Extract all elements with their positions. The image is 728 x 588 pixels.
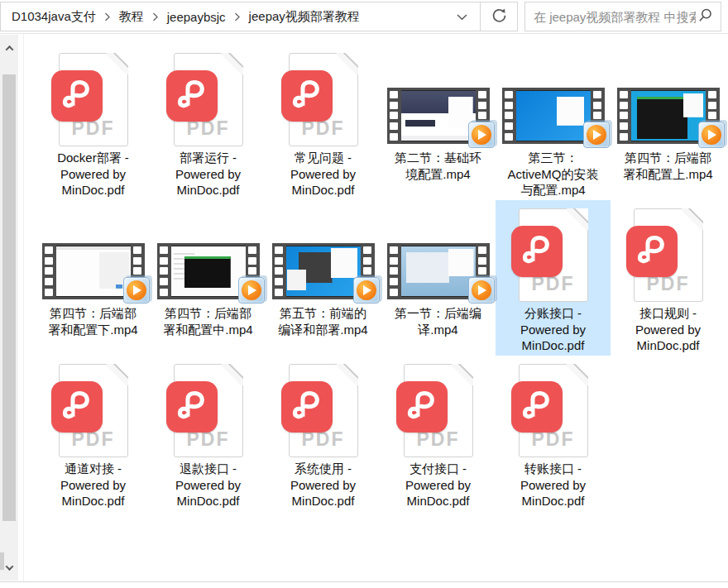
breadcrumb-item-1[interactable]: 教程	[115, 9, 148, 25]
search-input[interactable]	[525, 10, 697, 24]
file-item[interactable]: PDF 退款接口 - Powered by MinDoc.pdf	[151, 356, 266, 511]
file-item[interactable]: 第四节：后端部署和配置中.mp4	[151, 200, 266, 356]
file-item[interactable]: 第四节：后端部署和配置上.mp4	[611, 45, 726, 200]
breadcrumb: D1034java支付 教程 jeepaybsjc jeepay视频部署教程	[1, 9, 443, 25]
file-name: 第四节：后端部署和配置上.mp4	[621, 150, 716, 182]
file-name: 第二节：基础环境配置.mp4	[391, 150, 486, 182]
file-icon-zone	[36, 204, 151, 302]
mindoc-logo-icon	[281, 70, 333, 122]
file-icon-zone	[611, 49, 726, 146]
refresh-icon	[491, 7, 508, 26]
scrollbar-thumb[interactable]	[2, 74, 16, 521]
pdf-file-icon: PDF	[519, 208, 588, 302]
pdf-file-icon: PDF	[174, 364, 243, 457]
file-grid: PDF Docker部署 - Powered by MinDoc.pdf PDF…	[24, 34, 726, 511]
video-file-icon	[502, 88, 605, 144]
file-icon-zone: PDF	[266, 49, 381, 146]
file-icon-zone	[381, 49, 496, 146]
file-item[interactable]: PDF 常见问题 - Powered by MinDoc.pdf	[266, 45, 381, 200]
mindoc-logo-icon	[511, 381, 563, 433]
file-name: 系统使用 - Powered by MinDoc.pdf	[276, 461, 371, 509]
chevron-right-icon	[234, 12, 241, 22]
media-play-icon	[580, 119, 611, 150]
page-fold	[222, 364, 243, 385]
media-play-icon	[695, 119, 726, 150]
page-fold	[107, 53, 128, 74]
pdf-file-icon: PDF	[404, 364, 473, 457]
address-dropdown-button[interactable]	[443, 2, 480, 31]
file-item[interactable]: PDF 通道对接 - Powered by MinDoc.pdf	[36, 356, 151, 511]
address-bar[interactable]: D1034java支付 教程 jeepaybsjc jeepay视频部署教程	[0, 2, 518, 31]
file-item[interactable]: PDF 系统使用 - Powered by MinDoc.pdf	[266, 356, 381, 511]
file-list-area: PDF Docker部署 - Powered by MinDoc.pdf PDF…	[0, 34, 728, 588]
file-icon-zone: PDF	[381, 360, 496, 457]
file-item[interactable]: PDF Docker部署 - Powered by MinDoc.pdf	[36, 45, 151, 200]
file-name: 退款接口 - Powered by MinDoc.pdf	[161, 461, 256, 509]
page-fold	[682, 208, 703, 230]
scroll-up-button[interactable]	[0, 40, 18, 56]
file-name: 第四节：后端部署和配置下.mp4	[46, 305, 141, 337]
mindoc-logo-icon	[396, 381, 448, 433]
file-icon-zone: PDF	[496, 204, 611, 302]
statusbar-divider	[0, 581, 728, 582]
file-item[interactable]: PDF 分账接口 - Powered by MinDoc.pdf	[496, 200, 611, 356]
pdf-file-icon: PDF	[59, 53, 128, 146]
file-item[interactable]: PDF 转账接口 - Powered by MinDoc.pdf	[496, 356, 611, 511]
mindoc-logo-icon	[166, 381, 218, 433]
file-icon-zone: PDF	[151, 49, 266, 146]
file-item[interactable]: 第四节：后端部署和配置下.mp4	[36, 200, 151, 356]
file-item[interactable]: 第一节：后端编译.mp4	[381, 200, 496, 356]
video-file-icon	[387, 243, 490, 299]
explorer-toolbar: D1034java支付 教程 jeepaybsjc jeepay视频部署教程	[0, 0, 728, 34]
file-item[interactable]: PDF 部署运行 - Powered by MinDoc.pdf	[151, 45, 266, 200]
chevron-down-icon	[457, 11, 467, 23]
breadcrumb-item-2[interactable]: jeepaybsjc	[163, 10, 230, 24]
media-play-icon	[350, 275, 381, 305]
page-fold	[567, 208, 588, 230]
video-file-icon	[157, 243, 260, 299]
pdf-file-icon: PDF	[59, 364, 128, 457]
pdf-file-icon: PDF	[519, 364, 588, 457]
breadcrumb-item-current[interactable]: jeepay视频部署教程	[245, 9, 364, 25]
page-fold	[337, 53, 358, 74]
page-fold	[107, 364, 128, 385]
breadcrumb-item-root[interactable]: D1034java支付	[7, 9, 100, 25]
media-play-icon	[120, 275, 151, 305]
file-name: 第三节：ActiveMQ的安装与配置.mp4	[506, 150, 601, 198]
mindoc-logo-icon	[511, 226, 563, 277]
file-name: 第五节：前端的编译和部署.mp4	[276, 305, 371, 337]
video-file-icon	[617, 88, 720, 144]
file-item[interactable]: 第五节：前端的编译和部署.mp4	[266, 200, 381, 356]
file-item[interactable]: 第三节：ActiveMQ的安装与配置.mp4	[496, 45, 611, 200]
file-icon-zone: PDF	[496, 360, 611, 457]
media-play-icon	[235, 275, 266, 305]
pdf-file-icon: PDF	[634, 208, 703, 302]
file-name: 支付接口 - Powered by MinDoc.pdf	[391, 461, 486, 509]
video-file-icon	[272, 243, 375, 299]
search-icon[interactable]	[697, 7, 713, 26]
chevron-up-icon	[5, 45, 13, 53]
file-item[interactable]: PDF 支付接口 - Powered by MinDoc.pdf	[381, 356, 496, 511]
file-icon-zone	[496, 49, 611, 146]
file-name: 常见问题 - Powered by MinDoc.pdf	[276, 150, 371, 198]
chevron-right-icon	[152, 12, 159, 22]
pdf-file-icon: PDF	[289, 53, 358, 146]
video-file-icon	[42, 243, 145, 299]
vertical-scrollbar[interactable]	[0, 35, 18, 581]
file-name: 第一节：后端编译.mp4	[391, 305, 486, 337]
file-name: Docker部署 - Powered by MinDoc.pdf	[46, 150, 141, 198]
refresh-button[interactable]	[481, 2, 517, 31]
video-file-icon	[387, 88, 490, 144]
media-play-icon	[465, 119, 496, 150]
chevron-down-icon	[5, 562, 13, 571]
file-icon-zone: PDF	[36, 360, 151, 457]
file-item[interactable]: PDF 接口规则 - Powered by MinDoc.pdf	[611, 200, 726, 356]
file-name: 第四节：后端部署和配置中.mp4	[161, 305, 256, 337]
clipped-sidebar-element	[0, 552, 4, 570]
pdf-file-icon: PDF	[174, 53, 243, 146]
file-icon-zone	[266, 204, 381, 302]
mindoc-logo-icon	[51, 70, 103, 122]
file-item[interactable]: 第二节：基础环境配置.mp4	[381, 45, 496, 200]
page-fold	[567, 364, 588, 385]
file-name: 通道对接 - Powered by MinDoc.pdf	[46, 461, 141, 509]
